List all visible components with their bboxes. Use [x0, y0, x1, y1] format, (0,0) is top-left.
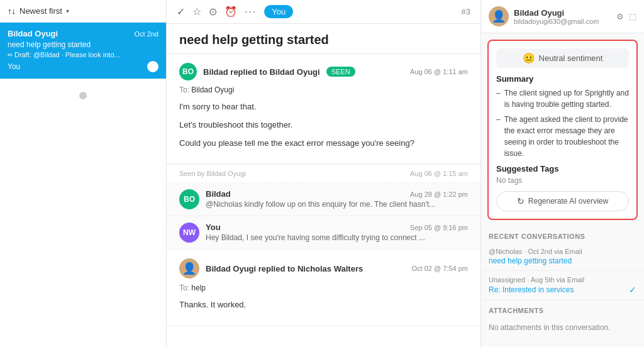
regen-icon: ↻: [517, 196, 525, 206]
check-icon-2: ✓: [629, 285, 636, 295]
ticket-number: #3: [462, 7, 470, 16]
nicholas-body: Thanks. It worked.: [179, 299, 468, 312]
sidebar-empty: [0, 79, 166, 112]
recent-conv-link-2[interactable]: Re: Interested in services ✓: [489, 285, 636, 295]
collapsed-msg-content-2: You Sep 05 @ 9:16 pm Hey Bildad, I see y…: [206, 223, 468, 242]
sidebar-header[interactable]: ↑↓ Newest first ▾: [0, 0, 166, 23]
sentiment-row: 😐 Neutral sentiment: [496, 48, 629, 68]
summary-item-1: – The client signed up for Sprightly and…: [496, 87, 629, 110]
conv-date: Oct 2nd: [134, 30, 158, 38]
recent-conv-item-2[interactable]: Unassigned · Aug 5th via Email Re: Inter…: [481, 271, 644, 300]
seen-badge: SEEN: [326, 67, 355, 77]
agent-header: 👤 Bildad Oyugi bildadoyugi630@gmail.com …: [481, 0, 644, 33]
recent-conv-link-1[interactable]: need help getting started: [489, 256, 636, 265]
collapsed-msg-content-1: Bildad Aug 28 @ 1:22 pm @Nicholas kindly…: [206, 189, 468, 209]
agent-avatar: 👤: [489, 6, 509, 26]
collapsed-msg-name-2: You: [206, 223, 221, 232]
chevron-down-icon: ▾: [66, 8, 69, 14]
recent-conv-meta-2: Unassigned · Aug 5th via Email: [489, 276, 636, 284]
sort-up-icon: ↑↓: [8, 6, 16, 16]
no-attachments: No attachments in this conversation.: [481, 317, 644, 338]
collapsed-avatar-2: NW: [179, 223, 199, 243]
message-body: I'm sorry to hear that. Let's troublesho…: [179, 101, 468, 150]
unread-badge: 8: [147, 61, 158, 72]
collapsed-msg-text-1: @Nicholas kindly follow up on this enqui…: [206, 200, 468, 209]
collapsed-msg-name-1: Bildad: [206, 189, 231, 199]
summary-item-2: – The agent asked the client to provide …: [496, 114, 629, 159]
conversation-title: need help getting started: [167, 24, 480, 54]
collapsed-message-1[interactable]: BO Bildad Aug 28 @ 1:22 pm @Nicholas kin…: [167, 183, 480, 216]
you-badge[interactable]: You: [264, 5, 293, 18]
collapsed-msg-time-1: Aug 28 @ 1:22 pm: [410, 190, 468, 198]
exit-icon[interactable]: ⬚: [629, 12, 636, 21]
collapsed-avatar-1: BO: [179, 189, 199, 209]
message-to: To: Bildad Oyugi: [179, 85, 468, 94]
bullet-2: –: [496, 114, 501, 125]
no-tags: No tags: [496, 176, 629, 185]
regenerate-button[interactable]: ↻ Regenerate AI overview: [496, 191, 629, 211]
seen-label: Seen by Bildad Oyugi: [179, 170, 246, 177]
conv-name: Bildad Oyugi: [8, 29, 58, 38]
pencil-icon: ✏: [8, 52, 13, 58]
agent-name: Bildad Oyugi: [514, 8, 611, 18]
tags-title: Suggested Tags: [496, 164, 629, 174]
nicholas-to: To: help: [179, 284, 468, 292]
nicholas-message: 👤 Bildad Oyugi replied to Nicholas Walte…: [167, 250, 480, 326]
settings-icon[interactable]: ⚙: [616, 12, 624, 21]
recent-conversations-title: RECENT CONVERSATIONS: [481, 226, 644, 243]
conv-draft: ✏ Draft: @Bildad · Please look into...: [8, 51, 158, 58]
sentiment-label: Neutral sentiment: [539, 53, 603, 63]
conv-subject: need help getting started: [8, 40, 158, 49]
main-panel: ✓ ☆ ⊙ ⏰ ··· You #3 need help getting sta…: [167, 0, 480, 347]
tag-icon[interactable]: ⊙: [209, 6, 217, 18]
conv-from: You: [8, 62, 20, 71]
bullet-1: –: [496, 87, 501, 99]
panel-icons[interactable]: ⚙ ⬚: [616, 12, 636, 21]
conversation-item[interactable]: Bildad Oyugi Oct 2nd need help getting s…: [0, 23, 166, 79]
message-time: Aug 06 @ 1:11 am: [410, 68, 468, 75]
attachments-title: ATTACHMENTS: [481, 300, 644, 317]
ai-overview-section: 😐 Neutral sentiment Summary – The client…: [487, 40, 638, 220]
star-icon[interactable]: ☆: [192, 6, 201, 18]
main-body: BO Bildad replied to Bildad Oyugi SEEN A…: [167, 54, 480, 347]
collapsed-msg-text-2: Hey Bildad, I see you're having some dif…: [206, 233, 468, 242]
seen-time: Aug 06 @ 1:15 am: [410, 170, 468, 177]
primary-message: BO Bildad replied to Bildad Oyugi SEEN A…: [167, 54, 480, 164]
sidebar: ↑↓ Newest first ▾ Bildad Oyugi Oct 2nd n…: [0, 0, 167, 347]
collapsed-message-2[interactable]: NW You Sep 05 @ 9:16 pm Hey Bildad, I se…: [167, 216, 480, 250]
right-panel: 👤 Bildad Oyugi bildadoyugi630@gmail.com …: [480, 0, 644, 347]
nicholas-time: Oct 02 @ 7:54 pm: [412, 265, 468, 272]
agent-email: bildadoyugi630@gmail.com: [514, 18, 611, 25]
collapsed-msg-time-2: Sep 05 @ 9:16 pm: [410, 224, 468, 231]
check-icon[interactable]: ✓: [177, 6, 185, 18]
alarm-icon[interactable]: ⏰: [225, 6, 237, 18]
recent-conv-item-1[interactable]: @Nicholas · Oct 2nd via Email need help …: [481, 243, 644, 271]
sentiment-icon: 😐: [523, 52, 535, 64]
summary-title: Summary: [496, 74, 629, 84]
nicholas-avatar: 👤: [179, 258, 199, 278]
agent-info: Bildad Oyugi bildadoyugi630@gmail.com: [514, 8, 611, 25]
more-options-icon[interactable]: ···: [245, 6, 257, 18]
empty-indicator: [79, 92, 87, 99]
sender-avatar: BO: [179, 63, 197, 80]
nicholas-sender: Bildad Oyugi replied to Nicholas Walters: [206, 264, 363, 273]
seen-info: Seen by Bildad Oyugi Aug 06 @ 1:15 am: [167, 164, 480, 183]
message-sender: Bildad replied to Bildad Oyugi: [203, 67, 320, 77]
recent-conv-meta-1: @Nicholas · Oct 2nd via Email: [489, 248, 636, 255]
main-toolbar: ✓ ☆ ⊙ ⏰ ··· You #3: [167, 0, 480, 24]
sort-label: Newest first: [19, 6, 62, 16]
